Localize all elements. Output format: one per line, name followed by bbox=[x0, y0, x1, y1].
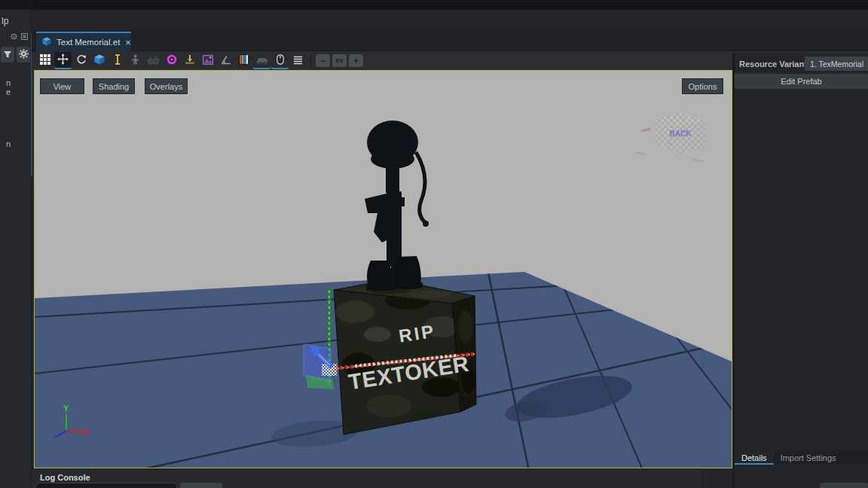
magenta-circle-icon bbox=[167, 54, 177, 68]
color-bars-icon bbox=[239, 54, 249, 68]
rifle bbox=[387, 191, 402, 267]
viewport-canvas[interactable]: BACK bbox=[35, 71, 732, 468]
vehicle-preview-button[interactable] bbox=[253, 52, 270, 69]
prefab-cube-icon bbox=[42, 35, 51, 49]
variant-selector[interactable]: 1. TexMemorial bbox=[805, 56, 868, 71]
filter-button[interactable] bbox=[1, 47, 14, 63]
float-panel-icon[interactable] bbox=[10, 32, 18, 40]
move-tool-button[interactable] bbox=[54, 52, 72, 69]
menu-help-fragment[interactable]: lp bbox=[2, 16, 8, 26]
shading-menu-button[interactable]: Shading bbox=[93, 78, 135, 94]
overlays-menu-button[interactable]: Overlays bbox=[145, 78, 188, 94]
toolbar-separator bbox=[310, 55, 311, 67]
selection-sphere-button[interactable] bbox=[163, 52, 180, 69]
panel-mini-toolbar bbox=[1, 47, 30, 63]
grid-snap-button[interactable] bbox=[36, 52, 53, 69]
car-icon bbox=[256, 54, 268, 68]
options-menu-button[interactable]: Options bbox=[682, 78, 723, 94]
list-icon bbox=[293, 54, 303, 68]
3d-viewport[interactable]: BACK bbox=[34, 70, 732, 468]
details-tab-bar: Details Import Settings bbox=[735, 450, 868, 465]
local-space-button[interactable] bbox=[90, 52, 108, 69]
panel-window-controls bbox=[10, 32, 29, 40]
scale-ibeam-icon bbox=[113, 54, 122, 68]
panel-corner-button[interactable] bbox=[820, 483, 868, 488]
log-console-panel: Log Console bbox=[32, 468, 701, 488]
tab-text-memorial[interactable]: Text Memorial.et × bbox=[36, 32, 131, 51]
angle-snap-button[interactable] bbox=[217, 52, 234, 69]
document-tab-bar: Text Memorial.et × bbox=[32, 30, 868, 51]
settings-button[interactable] bbox=[17, 47, 30, 63]
tab-import-settings[interactable]: Import Settings bbox=[774, 450, 843, 465]
tree-item-fragment[interactable]: e bbox=[6, 87, 11, 96]
rotate-icon bbox=[76, 54, 87, 68]
log-console-title: Log Console bbox=[40, 473, 90, 482]
workbench-window: lp n e n bbox=[0, 0, 868, 488]
move-icon bbox=[57, 53, 69, 68]
editor-main-area: Text Memorial.et × − EV + bbox=[32, 10, 868, 488]
tab-details[interactable]: Details bbox=[735, 450, 774, 465]
color-debug-button[interactable] bbox=[235, 52, 252, 69]
tree-item-fragment[interactable]: n bbox=[6, 78, 11, 87]
snap-surface-button[interactable] bbox=[199, 52, 216, 69]
close-panel-icon[interactable] bbox=[20, 32, 29, 40]
character-preview-button[interactable] bbox=[127, 52, 144, 69]
axis-y-label: Y bbox=[63, 404, 69, 413]
character-icon bbox=[130, 54, 140, 68]
title-bar bbox=[0, 0, 868, 10]
binoculars-button[interactable] bbox=[145, 52, 162, 69]
left-panel-sliver: lp n e n bbox=[0, 10, 31, 488]
binoculars-icon bbox=[148, 54, 159, 68]
grid-icon bbox=[40, 54, 50, 68]
angle-icon bbox=[221, 54, 231, 68]
filter-icon bbox=[3, 48, 12, 62]
ev-decrease-button[interactable]: − bbox=[316, 54, 330, 67]
edit-prefab-button[interactable]: Edit Prefab bbox=[735, 74, 868, 89]
tree-item-fragment[interactable]: n bbox=[6, 139, 11, 148]
resource-panel: Resource Variants (1) 1. TexMemorial Edi… bbox=[735, 53, 868, 488]
ev-increase-button[interactable]: + bbox=[349, 54, 363, 67]
scale-tool-button[interactable] bbox=[108, 52, 126, 69]
tab-close-icon[interactable]: × bbox=[125, 38, 131, 47]
mouse-icon bbox=[277, 54, 284, 68]
ev-mode-button[interactable]: EV bbox=[332, 54, 347, 67]
drop-arrow-icon bbox=[185, 54, 195, 68]
mouse-input-button[interactable] bbox=[271, 52, 289, 69]
log-filter-input[interactable] bbox=[35, 483, 177, 488]
snap-image-icon bbox=[203, 54, 213, 68]
log-filter-button[interactable] bbox=[180, 483, 222, 488]
rotate-tool-button[interactable] bbox=[72, 52, 90, 69]
gear-icon bbox=[19, 48, 29, 62]
drop-to-ground-button[interactable] bbox=[181, 52, 198, 69]
render-options-button[interactable] bbox=[289, 52, 307, 69]
blue-cube-icon bbox=[94, 54, 105, 68]
back-cube-label: BACK bbox=[670, 130, 692, 138]
view-menu-button[interactable]: View bbox=[40, 78, 84, 94]
tab-title: Text Memorial.et bbox=[57, 38, 120, 47]
